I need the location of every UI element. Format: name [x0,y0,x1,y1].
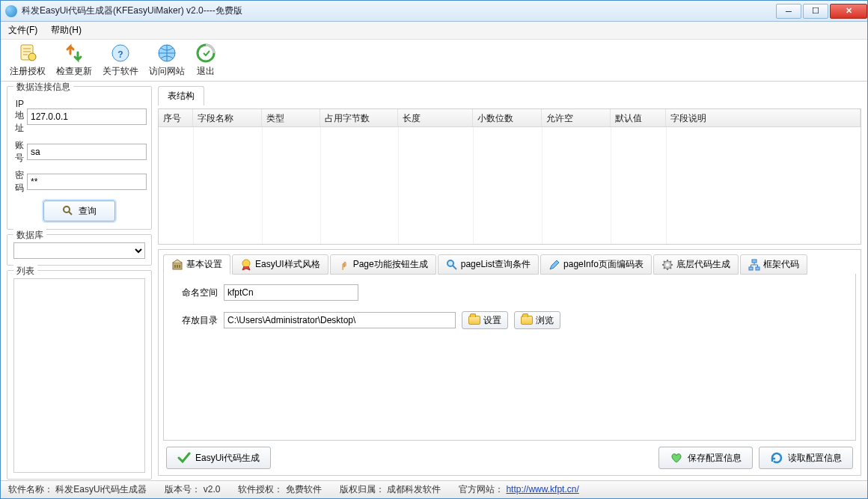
svg-rect-10 [179,265,180,268]
namespace-input[interactable] [224,284,358,301]
building-icon [171,259,183,271]
grid-header: 序号 字段名称 类型 占用字节数 长度 小数位数 允许空 默认值 字段说明 [159,109,861,127]
col-desc[interactable]: 字段说明 [666,109,861,126]
close-button[interactable]: ✕ [830,4,867,19]
table-listbox[interactable] [13,278,145,473]
check-icon [177,451,191,465]
about-icon: ? [110,43,131,64]
col-type[interactable]: 类型 [262,109,320,126]
col-default[interactable]: 默认值 [611,109,666,126]
tab-pageinfo[interactable]: pageInfo页面编码表 [540,254,652,275]
hierarchy-icon [748,259,760,271]
hand-icon [338,259,350,271]
globe-icon [156,43,177,64]
load-config-button[interactable]: 读取配置信息 [759,447,853,469]
titlebar: 科发EasyUi代码生成器(KFEasyUiMaker) v2.0----免费版… [1,1,867,22]
search-icon [62,205,74,217]
database-group: 数据库 [7,234,152,266]
app-window: 科发EasyUi代码生成器(KFEasyUiMaker) v2.0----免费版… [0,0,868,499]
tool-website[interactable]: 访问网站 [149,43,185,78]
maximize-button[interactable]: ☐ [803,4,828,19]
tool-about[interactable]: ? 关于软件 [103,43,138,78]
exit-icon [195,43,216,64]
col-bytes[interactable]: 占用字节数 [320,109,398,126]
app-icon [5,5,17,17]
minimize-button[interactable]: ─ [776,4,801,19]
col-seq[interactable]: 序号 [159,109,193,126]
tab-style[interactable]: EasyUI样式风格 [232,254,328,275]
menu-help[interactable]: 帮助(H) [51,24,82,37]
refresh-icon [770,451,783,465]
tab-core[interactable]: 底层代码生成 [653,254,739,275]
window-title: 科发EasyUi代码生成器(KFEasyUiMaker) v2.0----免费版 [22,4,774,17]
official-site-link[interactable]: http://www.kfpt.cn/ [506,484,578,495]
menu-file[interactable]: 文件(F) [8,24,37,37]
query-button[interactable]: 查询 [43,200,115,221]
svg-point-11 [242,260,250,267]
search-icon [446,259,458,271]
toolbar: 注册授权 检查更新 ? 关于软件 访问网站 退出 [1,40,867,82]
dir-label: 存放目录 [176,314,218,327]
folder-icon [468,316,480,325]
tab-table-structure[interactable]: 表结构 [158,86,204,105]
pwd-label: 密码 [15,169,24,195]
svg-rect-9 [177,265,178,268]
ip-label: IP地址 [15,99,24,135]
settings-panel: 基本设置 EasyUI样式风格 Page功能按钮生成 pageList查询条件 [158,249,861,476]
tool-exit[interactable]: 退出 [195,43,216,78]
table-grid: 序号 字段名称 类型 占用字节数 长度 小数位数 允许空 默认值 字段说明 [158,108,861,245]
tab-page[interactable]: Page功能按钮生成 [330,254,436,275]
statusbar: 软件名称： 科发EasyUi代码生成器 版本号： v2.0 软件授权： 免费软件… [1,480,867,498]
register-icon [17,43,38,64]
svg-rect-8 [174,265,176,268]
svg-text:?: ? [117,49,123,60]
tool-update[interactable]: 检查更新 [56,43,92,78]
database-select[interactable] [13,242,145,259]
col-scale[interactable]: 小数位数 [473,109,542,126]
svg-rect-15 [752,260,757,263]
tab-basic[interactable]: 基本设置 [163,254,230,275]
pencil-icon [548,259,560,271]
list-group: 列表 [7,270,152,480]
namespace-label: 命名空间 [176,287,218,299]
save-config-button[interactable]: 保存配置信息 [658,447,753,469]
tab-pagelist[interactable]: pageList查询条件 [438,254,539,275]
tool-register[interactable]: 注册授权 [10,43,46,78]
dir-input[interactable] [224,312,456,328]
col-nullable[interactable]: 允许空 [542,109,611,126]
col-name[interactable]: 字段名称 [193,109,262,126]
pwd-input[interactable] [27,174,147,190]
update-icon [64,43,85,64]
svg-rect-16 [749,267,753,270]
svg-point-1 [28,53,36,61]
svg-point-14 [666,263,669,266]
heart-down-icon [670,451,683,465]
user-input[interactable] [27,144,147,160]
generate-button[interactable]: EasyUi代码生成 [166,447,271,469]
tab-frame[interactable]: 框架代码 [740,254,807,275]
folder-icon [521,316,533,325]
menubar: 文件(F) 帮助(H) [1,22,867,40]
col-length[interactable]: 长度 [398,109,473,126]
svg-rect-17 [756,267,760,270]
gear-icon [661,259,673,271]
set-dir-button[interactable]: 设置 [462,311,508,329]
svg-point-6 [64,206,70,212]
browse-dir-button[interactable]: 浏览 [514,311,560,329]
ip-input[interactable] [27,108,147,125]
svg-point-12 [447,260,453,266]
grid-body[interactable] [159,127,861,244]
connection-group: 数据连接信息 IP地址 账号 密码 查询 [7,86,152,230]
medal-icon [240,259,252,271]
user-label: 账号 [15,139,24,165]
